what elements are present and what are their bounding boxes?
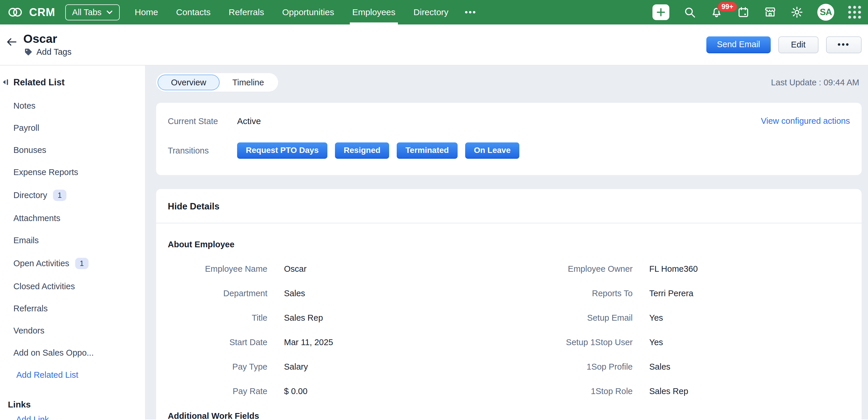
sidebar-item-label: Attachments <box>13 214 60 223</box>
field-label-1stop-role: 1Stop Role <box>510 387 633 396</box>
tab-timeline[interactable]: Timeline <box>220 74 277 90</box>
navbar-right-icons: 99+ <box>652 4 861 21</box>
sidebar-item-label: Payroll <box>13 123 39 133</box>
sidebar-item-label: Notes <box>13 101 35 111</box>
add-link-link[interactable]: Add Link <box>16 415 145 420</box>
nav-overflow-icon[interactable]: ••• <box>465 7 477 17</box>
sidebar-item-directory[interactable]: Directory1 <box>13 190 145 201</box>
notifications-bell-icon[interactable]: 99+ <box>710 6 723 19</box>
transition-button-request-pto-days[interactable]: Request PTO Days <box>237 142 328 159</box>
collapse-panel-icon[interactable] <box>2 78 10 87</box>
nav-item-referrals[interactable]: Referrals <box>229 0 264 25</box>
current-state-label: Current State <box>168 117 237 126</box>
add-related-list-link[interactable]: Add Related List <box>16 370 145 380</box>
related-list-items: NotesPayrollBonusesExpense ReportsDirect… <box>13 101 145 358</box>
nav-item-directory[interactable]: Directory <box>413 0 448 25</box>
top-navbar: CRM All Tabs HomeContactsReferralsOpport… <box>0 0 868 25</box>
nav-item-contacts[interactable]: Contacts <box>176 0 211 25</box>
sidebar-item-label: Closed Activities <box>13 282 75 291</box>
detail-row: Employee NameOscarEmployee OwnerFL Home3… <box>168 264 850 274</box>
sidebar-item-label: Add on Sales Oppo... <box>13 348 94 358</box>
title-block: Oscar Add Tags <box>23 33 71 57</box>
sidebar-item-bonuses[interactable]: Bonuses <box>13 146 145 155</box>
sidebar-item-emails[interactable]: Emails <box>13 236 145 245</box>
user-avatar[interactable]: SA <box>817 4 834 21</box>
sidebar-item-label: Vendors <box>13 326 44 335</box>
zoho-logo-icon[interactable] <box>7 6 23 18</box>
sidebar-item-open-activities[interactable]: Open Activities1 <box>13 258 145 269</box>
field-value-setup-email: Yes <box>633 313 850 323</box>
sidebar-item-expense-reports[interactable]: Expense Reports <box>13 167 145 177</box>
send-email-button[interactable]: Send Email <box>706 36 770 53</box>
detail-row: TitleSales RepSetup EmailYes <box>168 313 850 323</box>
field-label-pay-rate: Pay Rate <box>168 387 268 396</box>
current-state-row: Current State Active <box>168 116 850 126</box>
field-label-reports-to: Reports To <box>510 289 633 298</box>
field-label-employee-owner: Employee Owner <box>510 264 633 274</box>
view-tabs: OverviewTimeline <box>156 73 278 92</box>
sidebar-item-payroll[interactable]: Payroll <box>13 123 145 133</box>
sidebar-item-notes[interactable]: Notes <box>13 101 145 111</box>
chevron-down-icon <box>106 10 113 14</box>
blueprint-state-card: Current State Active View configured act… <box>156 103 862 175</box>
sidebar-item-label: Directory <box>13 191 47 200</box>
field-label-setup-1stop-user: Setup 1Stop User <box>510 337 633 347</box>
calendar-icon[interactable] <box>737 6 750 19</box>
nav-item-employees[interactable]: Employees <box>352 0 395 25</box>
main-content: OverviewTimeline Last Update : 09:44 AM … <box>146 66 868 419</box>
sidebar-item-closed-activities[interactable]: Closed Activities <box>13 282 145 291</box>
all-tabs-dropdown[interactable]: All Tabs <box>65 4 120 21</box>
transition-button-terminated[interactable]: Terminated <box>397 142 458 159</box>
all-tabs-label: All Tabs <box>72 7 102 17</box>
field-value-1sop-profile: Sales <box>633 362 850 371</box>
field-value-1stop-role: Sales Rep <box>633 387 850 396</box>
sidebar-item-referrals[interactable]: Referrals <box>13 304 145 313</box>
field-label-employee-name: Employee Name <box>168 264 268 274</box>
more-actions-button[interactable]: ••• <box>826 36 862 53</box>
field-value-setup-1stop-user: Yes <box>633 337 850 347</box>
body-row: Related List NotesPayrollBonusesExpense … <box>0 66 868 419</box>
field-value-employee-owner: FL Home360 <box>633 264 850 274</box>
field-value-pay-rate: $ 0.00 <box>268 387 510 396</box>
field-value-department: Sales <box>268 289 510 298</box>
field-value-reports-to: Terri Perera <box>633 289 850 298</box>
record-header: Oscar Add Tags Send Email Edit ••• <box>0 25 868 66</box>
field-value-title: Sales Rep <box>268 313 510 323</box>
marketplace-store-icon[interactable] <box>764 6 777 19</box>
section-title-additional-work-fields: Additional Work Fields <box>168 411 850 419</box>
links-section: Links Add Link <box>8 399 145 420</box>
section-title-about-employee: About Employee <box>168 240 850 249</box>
field-label-setup-email: Setup Email <box>510 313 633 323</box>
add-tags-button[interactable]: Add Tags <box>24 47 71 57</box>
quick-create-button[interactable] <box>652 4 669 20</box>
transition-button-resigned[interactable]: Resigned <box>335 142 389 159</box>
links-heading: Links <box>8 399 145 410</box>
field-value-employee-name: Oscar <box>268 264 510 274</box>
field-label-pay-type: Pay Type <box>168 362 268 371</box>
search-icon[interactable] <box>683 6 696 19</box>
count-badge: 1 <box>53 190 66 201</box>
sidebar-item-vendors[interactable]: Vendors <box>13 326 145 335</box>
brand-group: CRM <box>7 6 55 19</box>
details-card: Hide Details About EmployeeEmployee Name… <box>156 189 862 419</box>
view-configured-actions-link[interactable]: View configured actions <box>761 116 850 126</box>
detail-row: Pay TypeSalary1Sop ProfileSales <box>168 362 850 371</box>
nav-item-home[interactable]: Home <box>135 0 158 25</box>
transition-button-on-leave[interactable]: On Leave <box>465 142 519 159</box>
settings-gear-icon[interactable] <box>790 6 803 19</box>
details-body: About EmployeeEmployee NameOscarEmployee… <box>156 223 862 419</box>
tab-overview[interactable]: Overview <box>158 74 220 90</box>
sidebar-item-attachments[interactable]: Attachments <box>13 214 145 223</box>
app-launcher-grid-icon[interactable] <box>848 6 861 19</box>
sidebar-item-label: Expense Reports <box>13 167 78 177</box>
sidebar-item-add-on-sales-oppo[interactable]: Add on Sales Oppo... <box>13 348 145 358</box>
nav-items: HomeContactsReferralsOpportunitiesEmploy… <box>135 0 448 25</box>
nav-item-opportunities[interactable]: Opportunities <box>282 0 334 25</box>
detail-row: Start DateMar 11, 2025Setup 1Stop UserYe… <box>168 337 850 347</box>
crm-employee-record-screen: CRM All Tabs HomeContactsReferralsOpport… <box>0 0 868 420</box>
tag-icon <box>24 47 33 57</box>
sidebar-item-label: Emails <box>13 236 39 245</box>
hide-details-toggle[interactable]: Hide Details <box>156 189 862 223</box>
edit-button[interactable]: Edit <box>778 36 818 53</box>
back-arrow-icon[interactable] <box>5 36 18 49</box>
